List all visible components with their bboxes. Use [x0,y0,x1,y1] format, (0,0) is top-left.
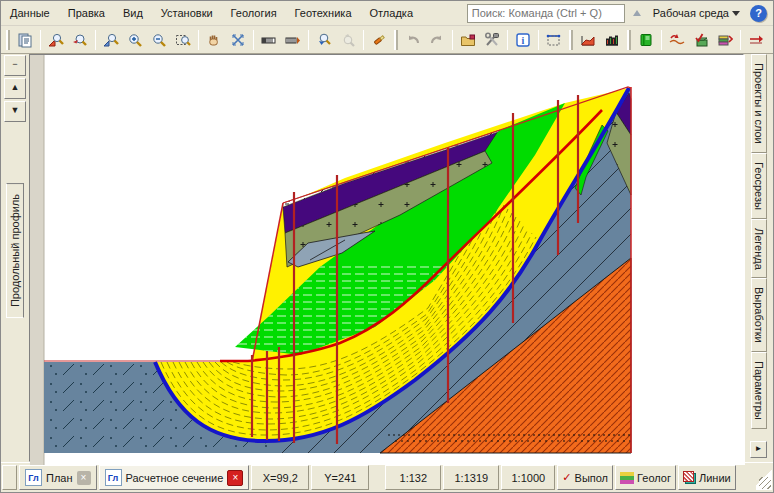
command-search-input[interactable] [467,4,625,23]
geology-mode-label: Геолог [637,472,671,484]
zoom-extents-button[interactable] [226,28,250,52]
help-button[interactable]: ? [750,5,767,22]
svg-text:i: i [522,35,525,46]
toolbar-drag-handle[interactable] [394,30,398,50]
hatched-lines-icon [683,471,696,484]
toolbar-separator [40,30,41,50]
undo-button[interactable] [401,28,425,52]
tab-geosections[interactable]: Геосрезы [751,153,767,219]
legend-book-button[interactable] [634,28,658,52]
lines-mode-label: Линии [699,472,731,484]
scale-horizontal[interactable]: 1:132 [385,465,441,490]
zoom-pointer-button[interactable] [68,28,92,52]
menu-debug[interactable]: Отладка [361,4,422,22]
tab-boreholes[interactable]: Выработки [751,278,767,352]
status-bar: Гл План × Гл Расчетное сечение × X=99,2 … [1,462,773,492]
fill-mode-button[interactable]: ✓ Выпол [557,465,613,490]
geology-layers-icon [620,472,634,484]
histogram-chart-button[interactable] [600,28,624,52]
lines-mode-button[interactable]: Линии [678,465,736,490]
profile-chart-button[interactable] [576,28,600,52]
zoom-previous-button[interactable] [312,28,336,52]
zoom-to-object-button[interactable] [44,28,68,52]
drawing-canvas-container [29,54,744,462]
toolbar-separator [740,30,741,50]
cursor-y-coordinate: Y=241 [311,465,369,490]
zoom-window-button[interactable] [171,28,195,52]
window-resize-grip[interactable] [756,465,772,490]
scale-current[interactable]: 1:1319 [443,465,499,490]
toolbar-drag-handle[interactable] [569,30,573,50]
tab-legend[interactable]: Легенда [751,219,767,279]
statusbar-spacer [371,465,383,490]
scroll-up-button[interactable]: ▲ [4,78,26,99]
close-icon[interactable]: × [77,471,91,485]
toolbar-drag-handle[interactable] [6,30,10,50]
tab-longitudinal-profile[interactable]: Продольный профиль [6,183,24,318]
toolbar-separator [452,30,453,50]
search-collapse-icon[interactable] [633,10,641,16]
cross-section-drawing[interactable] [30,55,745,465]
pan-hand-button[interactable] [202,28,226,52]
doc-tab-label: План [46,472,73,484]
section-frame-button[interactable] [542,28,566,52]
document-type-icon: Гл [25,469,42,486]
workspace-menu[interactable]: Рабочая среда [649,5,744,21]
collapse-panel-button[interactable]: − [4,55,26,76]
tab-parameters[interactable]: Параметры [751,352,767,429]
scroll-down-button[interactable]: ▼ [4,101,26,122]
scale-ruler-button[interactable] [257,28,281,52]
toolbar-separator [253,30,254,50]
doc-tab-calc-section[interactable]: Гл Расчетное сечение × [99,465,250,490]
menu-edit[interactable]: Правка [59,4,114,22]
close-icon[interactable]: × [227,470,243,486]
zoom-in-button[interactable] [123,28,147,52]
toolbar-drag-handle[interactable] [627,30,631,50]
open-project-button[interactable] [456,28,480,52]
toolbar-separator [308,30,309,50]
menu-bar: Данные Правка Вид Установки Геология Гео… [1,1,773,26]
update-section-button[interactable] [665,28,689,52]
toolbar-separator [198,30,199,50]
info-button[interactable]: i [511,28,535,52]
application-window: Данные Правка Вид Установки Геология Гео… [0,0,774,493]
statusbar-spacer [738,465,754,490]
menu-settings[interactable]: Установки [152,4,222,22]
toolbar-separator [95,30,96,50]
menu-geology[interactable]: Геология [222,4,286,22]
fill-mode-label: Выпол [575,472,609,484]
main-area: − ▲ ▼ Продольный профиль [1,54,773,462]
step-points-button[interactable] [768,28,773,52]
tools-settings-button[interactable] [480,28,504,52]
redo-button[interactable] [425,28,449,52]
right-panel-strip: Проекты и слои Геосрезы Легенда Выработк… [744,54,773,462]
workspace-label: Рабочая среда [653,7,729,19]
panel-scroll-right-button[interactable]: ► [750,441,767,458]
scale-vertical[interactable]: 1:1000 [501,465,555,490]
toolbar-separator [363,30,364,50]
scale-ruler-arrow-button[interactable] [281,28,305,52]
menu-view[interactable]: Вид [114,4,152,22]
doc-tab-label: Расчетное сечение [126,472,224,484]
zoom-next-button[interactable] [336,28,360,52]
toolbar-separator [661,30,662,50]
apply-geology-button[interactable] [689,28,713,52]
menu-data[interactable]: Данные [1,4,59,22]
cursor-x-coordinate: X=99,2 [251,465,309,490]
zoom-out-button[interactable] [147,28,171,52]
menu-geotechnics[interactable]: Геотехника [286,4,361,22]
geology-mode-button[interactable]: Геолог [615,465,676,490]
zoom-area-button[interactable] [99,28,123,52]
chevron-down-icon [732,11,740,16]
statusbar-stub [2,465,17,490]
left-panel-strip: − ▲ ▼ Продольный профиль [1,54,29,462]
tab-projects-layers[interactable]: Проекты и слои [751,54,767,153]
go-next-line-button[interactable] [744,28,768,52]
toolbar-separator [507,30,508,50]
refresh-layers-button[interactable] [713,28,737,52]
highlight-brush-button[interactable] [367,28,391,52]
check-pencil-icon: ✓ [562,471,571,484]
main-toolbar: i » [1,26,773,54]
report-clipboard-button[interactable] [13,28,37,52]
doc-tab-plan[interactable]: Гл План × [19,465,97,490]
